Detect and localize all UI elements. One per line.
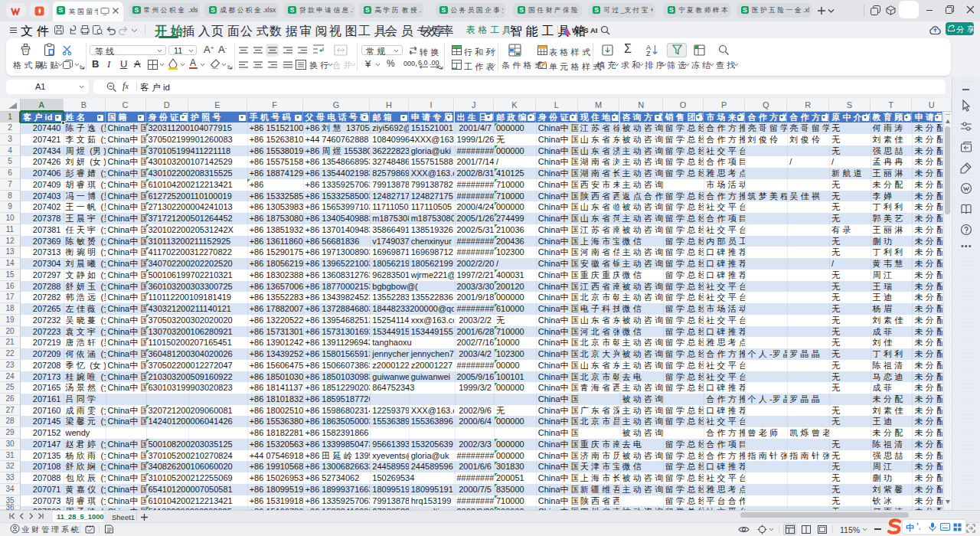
svg-text:Z: Z (646, 50, 651, 56)
